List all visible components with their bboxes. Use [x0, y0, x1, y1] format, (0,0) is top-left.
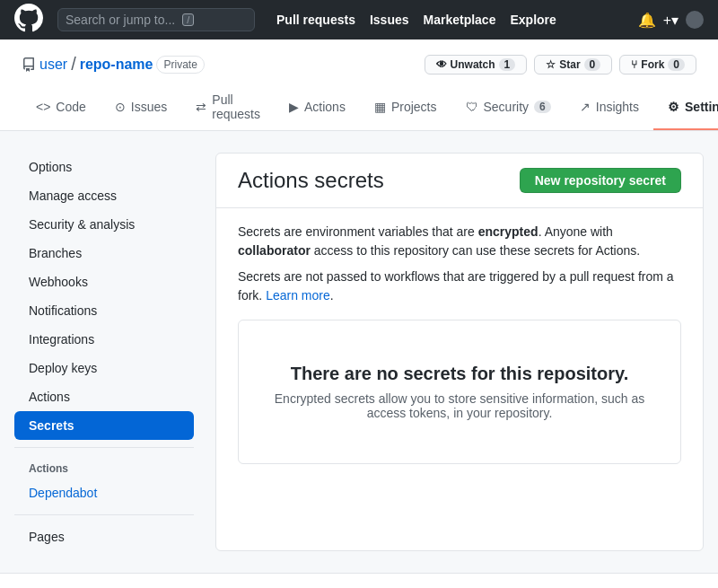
sidebar-item-webhooks[interactable]: Webhooks: [14, 268, 194, 296]
watch-button[interactable]: 👁 Unwatch 1: [425, 55, 528, 75]
top-nav-right: 🔔 +▾: [638, 11, 704, 29]
sidebar-subsection-header: Actions: [14, 455, 194, 478]
sidebar-item-options[interactable]: Options: [14, 153, 194, 181]
tab-code[interactable]: <> Code: [22, 85, 101, 130]
sidebar-item-integrations[interactable]: Integrations: [14, 325, 194, 354]
tab-issues[interactable]: ⊙ Issues: [101, 85, 181, 130]
issues-link[interactable]: Issues: [370, 13, 409, 27]
empty-state: There are no secrets for this repository…: [238, 320, 681, 464]
description-2: Secrets are not passed to workflows that…: [238, 268, 681, 305]
sidebar-item-actions[interactable]: Actions: [14, 382, 194, 411]
avatar[interactable]: [686, 11, 704, 29]
actions-tab-icon: ▶: [289, 100, 299, 114]
tab-settings[interactable]: ⚙ Settings: [653, 85, 718, 130]
repo-header: user / repo-name Private 👁 Unwatch 1 ☆ S…: [0, 39, 718, 131]
plus-icon[interactable]: +▾: [663, 12, 679, 29]
content-header: Actions secrets New repository secret: [216, 154, 703, 208]
sidebar-item-notifications[interactable]: Notifications: [14, 296, 194, 325]
marketplace-link[interactable]: Marketplace: [424, 13, 496, 27]
sidebar-item-secrets[interactable]: Secrets: [14, 411, 194, 440]
main-content: Options Manage access Security & analysi…: [0, 131, 718, 573]
breadcrumb-sep: /: [71, 54, 76, 75]
new-secret-button[interactable]: New repository secret: [520, 168, 681, 193]
github-logo-icon: [14, 4, 43, 37]
sidebar-item-deploy-keys[interactable]: Deploy keys: [14, 354, 194, 382]
projects-icon: ▦: [374, 100, 386, 114]
page-title: Actions secrets: [238, 168, 384, 193]
repo-tabs: <> Code ⊙ Issues ⇄ Pull requests ▶ Actio…: [22, 85, 696, 130]
sidebar-item-manage-access[interactable]: Manage access: [14, 181, 194, 210]
star-button[interactable]: ☆ Star 0: [534, 55, 612, 75]
settings-icon: ⚙: [668, 100, 679, 114]
search-box[interactable]: Search or jump to... /: [57, 8, 255, 31]
sidebar-divider-2: [14, 514, 194, 515]
learn-more-link[interactable]: Learn more: [266, 288, 330, 303]
sidebar-divider: [14, 447, 194, 448]
pull-requests-link[interactable]: Pull requests: [276, 13, 355, 27]
sidebar: Options Manage access Security & analysi…: [14, 153, 194, 551]
eye-icon: 👁: [436, 58, 447, 71]
pr-icon: ⇄: [196, 100, 206, 114]
sidebar-item-pages[interactable]: Pages: [14, 522, 194, 551]
star-icon: ☆: [546, 58, 556, 71]
tab-actions[interactable]: ▶ Actions: [275, 85, 360, 130]
repo-link[interactable]: repo-name: [80, 57, 153, 73]
breadcrumb: user / repo-name Private: [22, 54, 205, 75]
empty-state-desc: Encrypted secrets allow you to store sen…: [260, 391, 659, 420]
description-1: Secrets are environment variables that a…: [238, 223, 681, 260]
owner-link[interactable]: user: [39, 57, 67, 73]
insights-icon: ↗: [580, 100, 591, 114]
visibility-badge: Private: [156, 56, 204, 74]
tab-projects[interactable]: ▦ Projects: [360, 85, 451, 130]
repo-actions: 👁 Unwatch 1 ☆ Star 0 ⑂ Fork 0: [425, 55, 696, 75]
slash-shortcut: /: [182, 13, 194, 26]
fork-icon: ⑂: [631, 58, 637, 71]
tab-pull-requests[interactable]: ⇄ Pull requests: [181, 85, 275, 130]
notifications-icon[interactable]: 🔔: [638, 12, 656, 29]
security-icon: 🛡: [466, 100, 478, 114]
explore-link[interactable]: Explore: [510, 13, 556, 27]
issues-tab-icon: ⊙: [115, 100, 126, 114]
top-nav-links: Pull requests Issues Marketplace Explore: [276, 13, 556, 27]
code-icon: <>: [36, 100, 50, 114]
empty-state-title: There are no secrets for this repository…: [260, 364, 659, 384]
top-nav: Search or jump to... / Pull requests Iss…: [0, 0, 718, 39]
content-area: Actions secrets New repository secret Se…: [215, 153, 704, 551]
sidebar-item-security-analysis[interactable]: Security & analysis: [14, 210, 194, 239]
tab-security[interactable]: 🛡 Security 6: [451, 85, 565, 130]
sidebar-item-dependabot[interactable]: Dependabot: [14, 478, 194, 507]
search-placeholder: Search or jump to...: [66, 13, 175, 27]
fork-button[interactable]: ⑂ Fork 0: [619, 55, 696, 75]
content-body: Secrets are environment variables that a…: [216, 208, 703, 478]
sidebar-item-branches[interactable]: Branches: [14, 239, 194, 268]
footer: © 2021 GitHub, Inc. Terms Privacy Securi…: [0, 573, 718, 588]
tab-insights[interactable]: ↗ Insights: [565, 85, 653, 130]
